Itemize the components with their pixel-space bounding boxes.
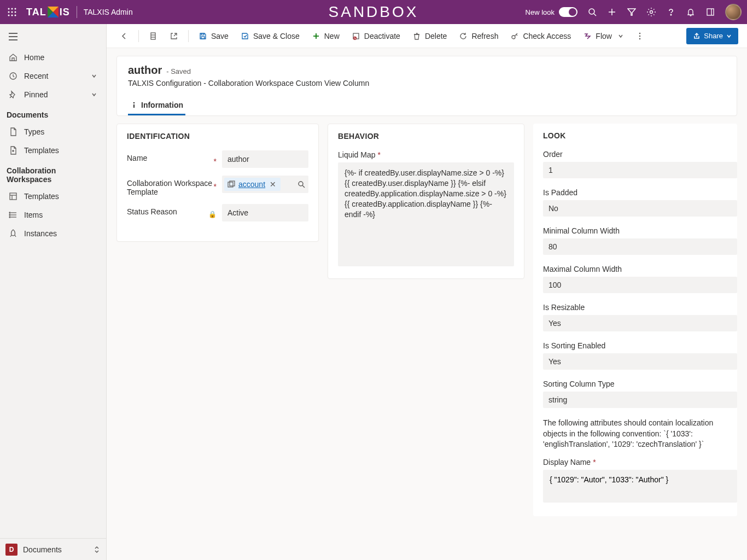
area-switcher[interactable]: D Documents bbox=[0, 538, 106, 560]
share-button[interactable]: Share bbox=[686, 28, 738, 44]
record-set-icon bbox=[149, 32, 157, 40]
save-close-button[interactable]: Save & Close bbox=[236, 27, 304, 45]
field-label-sorting: Is Sorting Enabled bbox=[543, 341, 605, 350]
svg-rect-35 bbox=[151, 33, 155, 39]
delete-button[interactable]: Delete bbox=[408, 27, 451, 45]
more-vertical-icon bbox=[635, 32, 644, 40]
svg-rect-51 bbox=[133, 104, 135, 108]
check-access-button[interactable]: Check Access bbox=[506, 27, 575, 45]
nav-group-collab: Collaboration Workspaces bbox=[0, 160, 106, 187]
svg-point-50 bbox=[133, 102, 135, 104]
svg-rect-26 bbox=[10, 193, 16, 200]
sorting-input[interactable] bbox=[543, 353, 737, 370]
maxw-input[interactable] bbox=[543, 277, 737, 293]
save-status: - Saved bbox=[166, 67, 191, 75]
back-icon bbox=[120, 32, 129, 40]
nav-label: Home bbox=[24, 53, 44, 62]
nav-templates[interactable]: Templates bbox=[0, 141, 106, 160]
plus-icon[interactable] bbox=[607, 7, 617, 17]
record-header: author - Saved TALXIS Configuration - Co… bbox=[116, 56, 737, 116]
svg-rect-40 bbox=[201, 37, 205, 39]
resizable-input[interactable] bbox=[543, 315, 737, 331]
open-record-set-button[interactable] bbox=[144, 27, 162, 45]
area-label: Documents bbox=[23, 545, 62, 554]
svg-point-7 bbox=[11, 15, 13, 16]
environment-banner: SANDBOX bbox=[329, 3, 419, 21]
refresh-button[interactable]: Refresh bbox=[454, 27, 503, 45]
nav-home[interactable]: Home bbox=[0, 48, 106, 67]
order-input[interactable] bbox=[543, 162, 737, 178]
svg-line-55 bbox=[302, 185, 305, 188]
hamburger-icon[interactable] bbox=[0, 30, 106, 48]
svg-point-5 bbox=[15, 11, 16, 13]
nav-types[interactable]: Types bbox=[0, 122, 106, 141]
back-button[interactable] bbox=[115, 27, 133, 45]
field-label-resizable: Is Resizable bbox=[543, 303, 585, 312]
nav-label: Templates bbox=[24, 146, 59, 155]
filter-icon[interactable] bbox=[627, 7, 637, 17]
popout-button[interactable] bbox=[165, 27, 183, 45]
svg-rect-20 bbox=[707, 9, 714, 15]
svg-point-13 bbox=[589, 9, 594, 14]
overflow-button[interactable] bbox=[631, 27, 649, 45]
gear-icon[interactable] bbox=[646, 7, 656, 17]
field-label-status: Status Reason bbox=[127, 207, 177, 216]
new-look-label: New look bbox=[526, 8, 555, 16]
status-input bbox=[222, 204, 308, 221]
svg-rect-39 bbox=[201, 33, 204, 35]
nav-label: Items bbox=[24, 211, 43, 219]
cmd-label: Deactivate bbox=[364, 32, 400, 40]
name-input[interactable] bbox=[222, 150, 308, 168]
home-icon bbox=[9, 53, 17, 62]
tab-information[interactable]: Information bbox=[128, 96, 185, 115]
svg-point-49 bbox=[639, 38, 641, 39]
lookup-link[interactable]: account bbox=[238, 180, 265, 189]
svg-point-18 bbox=[650, 11, 653, 14]
svg-point-54 bbox=[299, 182, 303, 186]
nav-label: Recent bbox=[24, 72, 48, 80]
app-launcher-icon[interactable] bbox=[5, 5, 19, 19]
document-icon bbox=[9, 127, 17, 136]
help-icon[interactable] bbox=[666, 7, 676, 17]
svg-point-47 bbox=[639, 32, 641, 34]
popout-icon bbox=[170, 32, 178, 40]
flow-button[interactable]: Flow bbox=[579, 27, 628, 45]
refresh-icon bbox=[459, 32, 468, 40]
chevron-down-icon bbox=[91, 73, 97, 79]
svg-marker-17 bbox=[628, 9, 635, 15]
deactivate-button[interactable]: Deactivate bbox=[347, 27, 405, 45]
new-button[interactable]: New bbox=[307, 27, 344, 45]
remove-lookup-icon[interactable]: ✕ bbox=[269, 180, 277, 189]
entity-name: TALXIS Configuration - Collaboration Wor… bbox=[128, 79, 726, 88]
bell-icon[interactable] bbox=[686, 7, 696, 17]
section-behavior: BEHAVIOR Liquid Map* {%- if createdBy.us… bbox=[328, 124, 524, 279]
save-button[interactable]: Save bbox=[194, 27, 233, 45]
user-avatar[interactable] bbox=[725, 4, 742, 20]
nav-cw-items[interactable]: Items bbox=[0, 206, 106, 224]
lookup-chip: account ✕ bbox=[224, 178, 281, 191]
nav-pinned[interactable]: Pinned bbox=[0, 85, 106, 104]
section-title: LOOK bbox=[543, 131, 737, 140]
rocket-icon bbox=[9, 229, 17, 238]
svg-rect-52 bbox=[228, 182, 233, 187]
nav-cw-templates[interactable]: Templates bbox=[0, 187, 106, 206]
display-name-input[interactable] bbox=[543, 470, 737, 503]
new-look-toggle[interactable]: New look bbox=[526, 7, 577, 17]
cmd-label: Refresh bbox=[471, 32, 498, 40]
padded-input[interactable] bbox=[543, 200, 737, 217]
panel-icon[interactable] bbox=[705, 7, 715, 17]
svg-point-0 bbox=[8, 8, 10, 10]
nav-cw-instances[interactable]: Instances bbox=[0, 224, 106, 243]
sorttype-input[interactable] bbox=[543, 392, 737, 408]
search-icon[interactable] bbox=[297, 180, 305, 188]
field-label-order: Order bbox=[543, 150, 563, 159]
search-icon[interactable] bbox=[587, 7, 597, 17]
app-name[interactable]: TALXIS Admin bbox=[84, 8, 133, 16]
nav-recent[interactable]: Recent bbox=[0, 67, 106, 85]
minw-input[interactable] bbox=[543, 238, 737, 255]
cwt-lookup[interactable]: account ✕ bbox=[222, 176, 308, 193]
liquid-map-input[interactable]: {%- if createdBy.user.displayName.size >… bbox=[338, 162, 514, 266]
brand-logo: TALIS TALXIS Admin bbox=[26, 6, 133, 18]
clock-icon bbox=[9, 72, 17, 80]
area-badge: D bbox=[5, 544, 17, 556]
